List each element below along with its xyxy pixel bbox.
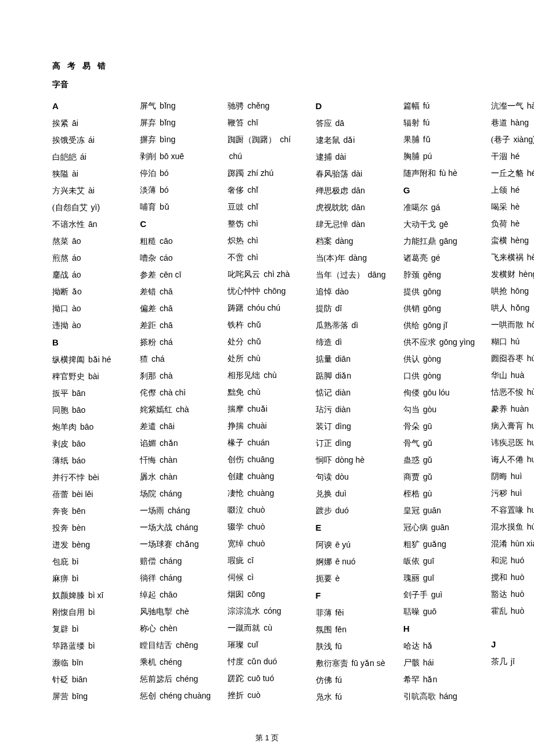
vocab-entry: 上颌 hé: [491, 182, 534, 199]
pinyin-text: ái: [78, 152, 86, 161]
vocab-entry: 扼要 è: [316, 570, 394, 587]
pinyin-text: cuò: [245, 690, 260, 700]
pinyin-text: chèn: [157, 624, 177, 633]
pinyin-text: chěng: [245, 101, 269, 110]
pinyin-text: hè: [508, 202, 519, 211]
vocab-entry: [491, 620, 534, 636]
pinyin-text: fēn: [333, 625, 347, 634]
pinyin-text: áo: [70, 253, 81, 262]
hanzi-text: 屏气: [140, 102, 156, 110]
vocab-entry: 档案 dàng: [316, 233, 394, 250]
hanzi-text: 挣揣: [228, 422, 244, 430]
pinyin-text: bì: [70, 624, 79, 633]
vocab-entry: 瞠目结舌 chēng: [140, 637, 218, 654]
vocab-entry: 一场雨 cháng: [140, 502, 218, 519]
hanzi-text: 果脯: [403, 135, 420, 144]
vocab-entry: 屏气 bǐng: [140, 98, 218, 114]
vocab-entry: 聒噪 guō: [403, 603, 482, 620]
pinyin-text: huò: [508, 606, 524, 615]
hanzi-text: 复辟: [52, 625, 68, 633]
pinyin-text: báo: [70, 456, 85, 465]
vocab-entry: 哄抢 hōng: [491, 283, 534, 300]
letter-heading: F: [316, 591, 321, 600]
vocab-entry: 负荷 hè: [491, 215, 534, 232]
vocab-entry: 霍乱 huò: [491, 603, 534, 620]
hanzi-text: 婀娜: [316, 557, 332, 566]
hanzi-text: 蹉跎: [228, 674, 244, 683]
hanzi-text: 兑换: [316, 489, 332, 498]
vocab-entry: 搽粉 chá: [140, 334, 218, 351]
pinyin-text: hòng: [525, 320, 534, 329]
vocab-entry: 踮脚 diǎn: [316, 368, 394, 384]
hanzi-text: 冠心病: [403, 523, 428, 532]
pinyin-text: guān: [421, 506, 441, 515]
pinyin-text: bì: [86, 607, 95, 617]
pinyin-text: hè: [508, 219, 519, 228]
hanzi-text: 装订: [316, 422, 332, 431]
hanzi-text: 惩创: [140, 692, 156, 700]
pinyin-text: chì: [245, 219, 258, 228]
hanzi-text: 处所: [228, 354, 244, 363]
vocab-entry: 奢侈 chǐ: [228, 182, 306, 199]
vocab-entry: 叱咤风云 chì zhà: [228, 266, 306, 283]
pinyin-text: bì xī: [86, 591, 103, 600]
pinyin-text: chuài: [245, 421, 266, 430]
hanzi-text: 肤浅: [316, 642, 332, 651]
vocab-entry: 赔偿 cháng: [140, 553, 218, 570]
hanzi-text: 辍学: [228, 523, 244, 531]
pinyin-text: cì: [245, 573, 254, 582]
vocab-entry: 瓜熟蒂落 dì: [316, 317, 394, 334]
pinyin-text: zhí zhú: [245, 168, 273, 178]
vocab-entry: 凫水 fú: [316, 689, 394, 705]
vocab-entry: 停泊 bó: [140, 165, 218, 182]
hanzi-text: 春风骀荡: [316, 170, 348, 178]
hanzi-text: 霍乱: [491, 607, 507, 615]
pinyin-text: cháng: [165, 506, 190, 515]
hanzi-text: 蛊惑: [403, 456, 420, 465]
pinyin-text: hù quān: [525, 387, 534, 397]
pinyin-text: chā: [157, 287, 172, 296]
pinyin-text: cǔn duó: [245, 657, 277, 666]
vocab-entry: 巷道 hàng: [491, 114, 534, 131]
pinyin-text: chí: [277, 135, 291, 144]
pinyin-text: duì: [333, 489, 347, 498]
hanzi-text: 称心: [140, 624, 156, 633]
vocab-entry: 场院 cháng: [140, 485, 218, 502]
section-letter: A: [52, 98, 131, 115]
hanzi-text: 违拗: [52, 321, 68, 330]
hanzi-text: 场院: [140, 489, 156, 498]
hanzi-text: 并行不悖: [52, 473, 85, 482]
vocab-entry: 拗口 ào: [52, 300, 131, 317]
section-letter: J: [491, 636, 534, 653]
pinyin-text: chōng: [261, 286, 286, 296]
pinyin-text: āo: [70, 236, 81, 246]
pinyin-text: bǐng: [157, 118, 175, 127]
pinyin-text: hèng: [508, 236, 529, 245]
hanzi-text: 刽子手: [403, 591, 428, 599]
hanzi-text: 踮脚: [316, 372, 332, 380]
vocab-entry: 订正 dìng: [316, 435, 394, 452]
hanzi-text: 糊口: [491, 337, 507, 346]
pinyin-text: cù: [261, 623, 272, 632]
hanzi-text: 飞来横祸: [491, 253, 524, 262]
hanzi-text: 尸骸: [403, 658, 420, 667]
hanzi-text: 踯躅: [228, 169, 244, 178]
hanzi-text: 敷衍塞责: [316, 659, 348, 668]
pinyin-text: bīn: [70, 658, 83, 667]
hanzi-text: 讳疾忌医: [491, 438, 524, 447]
hanzi-text: 喝采: [491, 203, 507, 211]
pinyin-text: ài: [86, 186, 95, 195]
vocab-entry: 同胞 bāo: [52, 402, 131, 419]
pinyin-text: bāo: [70, 405, 85, 415]
vocab-entry: 口供 gòng: [403, 368, 482, 384]
hanzi-text: 和泥: [491, 556, 507, 565]
vocab-entry: 奔丧 bēn: [52, 503, 131, 520]
hanzi-text: 啜泣: [228, 506, 244, 514]
hanzi-text: 凫水: [316, 693, 332, 701]
vocab-entry: 参差 cēn cī: [140, 267, 218, 283]
entries-columns: A挨紧 āi挨饿受冻 ái白皑皑 ái狭隘 ài方兴未艾 ài(自怨自艾 yì)…: [52, 98, 482, 713]
vocab-entry: 剥削 bō xuē: [140, 148, 218, 165]
vocab-entry: 白皑皑 ái: [52, 149, 131, 165]
pinyin-text: bó: [157, 185, 168, 195]
hanzi-text: 病入膏肓: [491, 422, 524, 430]
